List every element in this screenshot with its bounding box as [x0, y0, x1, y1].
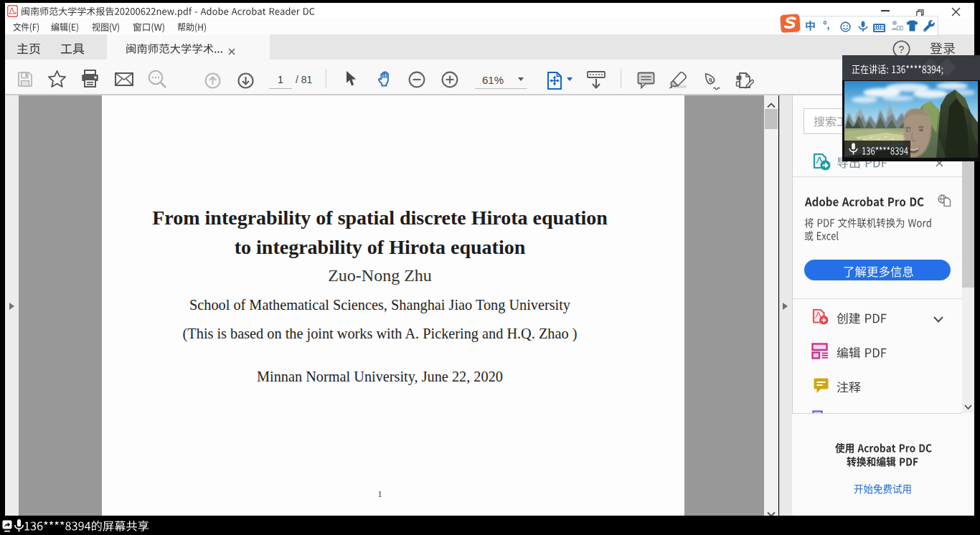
svg-text:?: ?	[899, 44, 905, 55]
